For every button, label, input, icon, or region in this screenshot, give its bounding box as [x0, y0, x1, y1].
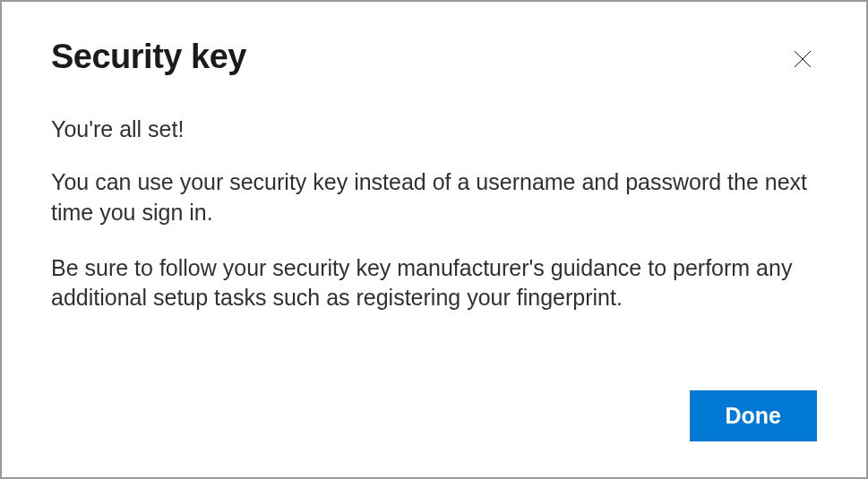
dialog-header: Security key	[51, 38, 817, 76]
close-button[interactable]	[788, 45, 817, 73]
dialog-footer: Done	[51, 390, 817, 441]
dialog-body: You're all set! You can use your securit…	[51, 116, 817, 390]
done-button[interactable]: Done	[690, 390, 818, 441]
close-icon	[792, 48, 813, 70]
security-key-dialog: Security key You're all set! You can use…	[0, 0, 868, 479]
dialog-title: Security key	[51, 38, 246, 76]
confirmation-message: You're all set!	[51, 116, 817, 142]
usage-instruction: You can use your security key instead of…	[51, 167, 817, 228]
setup-guidance: Be sure to follow your security key manu…	[51, 253, 817, 314]
